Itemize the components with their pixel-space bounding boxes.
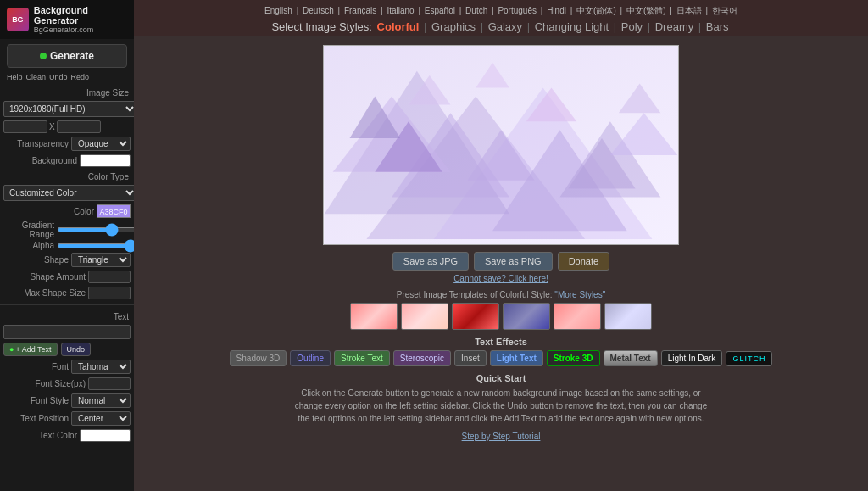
preset-thumb-6[interactable] [604, 303, 652, 330]
font-style-row: Font Style Normal [0, 392, 134, 410]
shape-select[interactable]: Triangle [71, 253, 131, 267]
text-btn-row: ● + Add Text Undo [0, 341, 134, 358]
font-size-input[interactable]: 120 [88, 377, 131, 390]
add-text-dot: ● [9, 345, 14, 354]
lang-dutch[interactable]: Dutch [465, 6, 487, 15]
style-bars[interactable]: Bars [706, 20, 729, 33]
preview-svg [324, 46, 678, 244]
lang-francais[interactable]: Français [344, 6, 376, 15]
preset-thumb-3[interactable] [452, 303, 499, 330]
style-poly[interactable]: Poly [621, 20, 643, 33]
style-bar-label: Select Image Styles: [271, 20, 372, 33]
effect-stroke3d[interactable]: Stroke 3D [547, 350, 600, 366]
color-type-select[interactable]: Customized Color [3, 185, 134, 201]
divider-1 [0, 304, 134, 305]
text-color-row: Text Color FFFFFF [0, 427, 134, 444]
lang-zh-cn[interactable]: 中文(简体) [576, 6, 616, 15]
font-select[interactable]: Tahoma [71, 360, 131, 374]
width-input[interactable]: 1920 [3, 120, 47, 133]
color-row: Color A38CF0 [0, 203, 134, 220]
preset-thumbs [350, 303, 652, 330]
undo-link[interactable]: Undo [49, 73, 68, 81]
lang-espanol[interactable]: Español [425, 6, 455, 15]
lang-ko[interactable]: 한국어 [712, 6, 737, 15]
step-tutorial-link[interactable]: Step by Step Tutorial [462, 432, 541, 441]
effect-stroke-text[interactable]: Stroke Text [334, 350, 390, 366]
save-jpg-button[interactable]: Save as JPG [392, 252, 469, 271]
transparency-select[interactable]: Opaque [71, 137, 131, 151]
effect-inset[interactable]: Inset [454, 350, 487, 366]
effect-glitch[interactable]: GLITCH [726, 351, 772, 366]
app-logo: BG [7, 8, 29, 31]
text-effects-label: Text Effects [475, 337, 527, 347]
transparency-row: Transparency Opaque [0, 135, 134, 153]
lang-zh-tw[interactable]: 中文(繁體) [626, 6, 666, 15]
help-link[interactable]: Help [7, 73, 23, 81]
generate-label: Generate [50, 50, 94, 62]
max-shape-size-label: Max Shape Size [3, 288, 86, 298]
clean-link[interactable]: Clean [26, 73, 47, 81]
text-color-label: Text Color [3, 431, 77, 440]
style-colorful[interactable]: Colorful [377, 20, 420, 33]
shape-amount-input[interactable]: 20 [88, 271, 131, 283]
preset-thumb-4[interactable] [503, 303, 550, 330]
cannot-save-link[interactable]: Cannot save? Click here! [453, 274, 548, 283]
shape-amount-label: Shape Amount [3, 272, 86, 282]
color-type-label: Color Type [0, 169, 134, 183]
background-input[interactable]: FFFFFF [80, 154, 131, 167]
style-changing-light[interactable]: Changing Light [535, 20, 609, 33]
save-png-button[interactable]: Save as PNG [474, 252, 553, 271]
effect-light-in-dark[interactable]: Light In Dark [661, 350, 723, 366]
lang-english[interactable]: English [264, 6, 292, 15]
preset-thumb-1[interactable] [350, 303, 398, 330]
alpha-slider[interactable] [57, 243, 134, 248]
redo-link[interactable]: Redo [71, 73, 90, 81]
alpha-label: Alpha [3, 241, 54, 250]
effect-shadow3d[interactable]: Shadow 3D [230, 350, 287, 366]
undo-text-button[interactable]: Undo [61, 343, 92, 356]
quick-start-label: Quick Start [476, 373, 526, 383]
image-size-select[interactable]: 1920x1080(Full HD) [3, 101, 134, 117]
font-size-label: Font Size(px) [3, 379, 86, 388]
language-bar: English | Deutsch | Français | Italiano … [134, 5, 868, 17]
text-position-select[interactable]: Center [71, 411, 131, 426]
add-text-button[interactable]: ● + Add Text [3, 343, 58, 356]
color-label: Color [3, 207, 94, 216]
text-position-row: Text Position Center [0, 410, 134, 427]
app-subtitle: BgGenerator.com [34, 25, 127, 34]
quick-start-text: Click on the Generate button to generate… [289, 383, 713, 428]
preset-thumb-5[interactable] [554, 303, 601, 330]
shape-amount-row: Shape Amount 20 [0, 269, 134, 285]
generate-button[interactable]: Generate [7, 44, 127, 68]
effect-steroscopic[interactable]: Steroscopic [393, 350, 451, 366]
font-style-label: Font Style [3, 396, 69, 405]
generate-dot [40, 53, 47, 59]
color-preview[interactable]: A38CF0 [97, 204, 131, 218]
text-input-row: Light Text [0, 323, 134, 341]
style-bar: Select Image Styles: Colorful | Graphics… [134, 20, 868, 33]
effect-light-text[interactable]: Light Text [490, 350, 543, 366]
main-content: English | Deutsch | Français | Italiano … [134, 0, 868, 491]
text-input[interactable]: Light Text [3, 325, 131, 339]
effect-outline[interactable]: Outline [290, 350, 331, 366]
lang-hindi[interactable]: Hindi [547, 6, 566, 15]
gradient-range-row: Gradient Range [0, 220, 134, 240]
max-shape-size-input[interactable]: 1200 [88, 287, 131, 299]
lang-ja[interactable]: 日本語 [676, 6, 702, 15]
style-galaxy[interactable]: Galaxy [488, 20, 522, 33]
font-style-select[interactable]: Normal [71, 393, 131, 408]
add-text-label: + Add Text [15, 345, 51, 354]
donate-button[interactable]: Donate [558, 252, 609, 271]
lang-italiano[interactable]: Italiano [387, 6, 414, 15]
effect-metal-text[interactable]: Metal Text [604, 350, 658, 366]
lang-portugues[interactable]: Português [498, 6, 537, 15]
preset-thumb-2[interactable] [401, 303, 448, 330]
gradient-range-slider[interactable] [57, 227, 134, 232]
height-input[interactable]: 1080 [57, 120, 101, 133]
gradient-range-label: Gradient Range [3, 220, 54, 239]
lang-deutsch[interactable]: Deutsch [303, 6, 334, 15]
text-color-input[interactable]: FFFFFF [80, 429, 131, 442]
preset-more-link[interactable]: "More Styles" [554, 290, 605, 299]
style-dreamy[interactable]: Dreamy [655, 20, 694, 33]
style-graphics[interactable]: Graphics [431, 20, 476, 33]
